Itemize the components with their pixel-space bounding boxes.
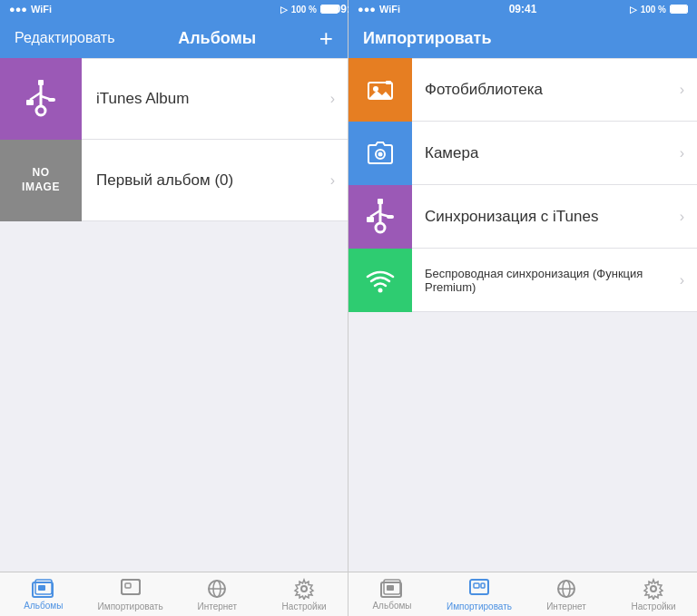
battery-icon <box>320 5 339 14</box>
svg-point-16 <box>301 586 307 592</box>
albums-tab-label-right: Альбомы <box>372 601 411 611</box>
import-list: Фотобиблиотека › Камера › <box>348 58 697 572</box>
tab-import-right[interactable]: Импортировать <box>436 572 523 616</box>
left-tab-bar: Альбомы Импортировать Интернет Наст <box>0 572 348 616</box>
svg-point-22 <box>378 152 383 156</box>
itunes-album-chevron: › <box>330 91 348 107</box>
photo-library-icon-bg <box>348 58 412 122</box>
albums-tab-icon <box>32 579 55 599</box>
right-battery-icon <box>670 5 688 14</box>
albums-tab-icon-right <box>380 579 404 599</box>
right-gps-icon: ▷ <box>630 5 637 15</box>
itunes-sync-chevron: › <box>680 209 697 225</box>
svg-point-30 <box>378 288 383 292</box>
internet-tab-icon-left <box>206 578 228 600</box>
add-button[interactable]: + <box>319 26 333 50</box>
svg-rect-36 <box>481 583 485 588</box>
left-panel: ●●● WiFi 09:41 ▷ 100 % Редактировать Аль… <box>0 0 348 616</box>
svg-rect-12 <box>125 583 131 588</box>
settings-tab-icon-left <box>293 578 315 600</box>
right-panel: ●●● WiFi 09:41 ▷ 100 % Импортировать <box>348 0 697 616</box>
right-status-bar: ●●● WiFi 09:41 ▷ 100 % <box>348 0 697 18</box>
right-status-right: ▷ 100 % <box>630 5 688 15</box>
right-status-time: 09:41 <box>509 3 537 15</box>
right-wifi-icon: WiFi <box>379 4 400 15</box>
svg-rect-0 <box>38 80 44 85</box>
svg-point-29 <box>376 223 385 232</box>
wifi-sync-icon <box>366 268 395 293</box>
first-album-label: Первый альбом (0) <box>82 171 330 190</box>
import-tab-label-right: Импортировать <box>447 601 512 611</box>
itunes-album-item[interactable]: iTunes Album › <box>0 58 348 140</box>
right-nav-title: Импортировать <box>363 29 491 48</box>
photo-library-item[interactable]: Фотобиблиотека › <box>348 58 697 122</box>
gps-icon: ▷ <box>280 5 288 15</box>
camera-label: Камера <box>412 144 680 162</box>
first-album-item[interactable]: NoImage Первый альбом (0) › <box>0 140 348 221</box>
settings-tab-label-right: Настройки <box>631 601 675 611</box>
left-status-right: ▷ 100 % <box>280 5 339 15</box>
camera-item[interactable]: Камера › <box>348 122 697 185</box>
internet-tab-label-left: Интернет <box>198 601 238 611</box>
wireless-sync-item[interactable]: Беспроводная синхронизация (Функция Prem… <box>348 249 697 312</box>
itunes-sync-icon <box>365 199 396 235</box>
camera-icon-bg <box>348 122 412 185</box>
usb-symbol-icon <box>25 80 57 118</box>
tab-albums-left[interactable]: Альбомы <box>0 572 87 616</box>
right-battery-label: 100 % <box>641 5 666 15</box>
svg-rect-20 <box>386 81 391 84</box>
tab-internet-right[interactable]: Интернет <box>523 572 610 616</box>
settings-tab-label-left: Настройки <box>282 601 327 611</box>
left-nav-title: Альбомы <box>178 29 256 48</box>
left-list: iTunes Album › NoImage Первый альбом (0)… <box>0 58 348 572</box>
itunes-sync-item[interactable]: Синхронизация с iTunes › <box>348 185 697 249</box>
svg-line-25 <box>370 210 380 217</box>
internet-tab-icon-right <box>555 578 577 600</box>
wireless-sync-label: Беспроводная синхронизация (Функция Prem… <box>412 267 680 294</box>
left-nav-bar: Редактировать Альбомы + <box>0 18 348 58</box>
battery-label: 100 % <box>291 5 317 15</box>
left-status-left: ●●● WiFi <box>9 4 52 15</box>
import-tab-icon-left <box>120 578 142 600</box>
svg-point-18 <box>373 86 378 92</box>
tab-settings-right[interactable]: Настройки <box>610 572 697 616</box>
svg-rect-23 <box>378 199 383 204</box>
right-status-left: ●●● WiFi <box>358 4 400 15</box>
internet-tab-label-right: Интернет <box>546 601 586 611</box>
wireless-sync-chevron: › <box>680 272 697 288</box>
camera-chevron: › <box>680 145 697 161</box>
svg-marker-19 <box>368 91 392 99</box>
svg-line-2 <box>30 93 41 100</box>
itunes-sync-icon-bg <box>348 185 412 249</box>
right-tab-bar: Альбомы Импортировать Интернет Наст <box>348 572 697 616</box>
first-album-chevron: › <box>330 172 348 189</box>
tab-settings-left[interactable]: Настройки <box>260 572 348 616</box>
svg-rect-4 <box>26 100 34 105</box>
usb-icon-bg <box>0 58 82 140</box>
itunes-album-label: iTunes Album <box>82 90 330 108</box>
right-nav-bar: Импортировать <box>348 18 697 58</box>
photo-library-label: Фотобиблиотека <box>412 81 680 99</box>
wireless-sync-icon-bg <box>348 249 412 312</box>
svg-rect-28 <box>387 215 394 219</box>
svg-rect-5 <box>48 98 55 102</box>
photo-library-icon <box>368 79 393 101</box>
itunes-sync-label: Синхронизация с iTunes <box>412 208 680 226</box>
tab-import-left[interactable]: Импортировать <box>87 572 174 616</box>
tab-internet-left[interactable]: Интернет <box>174 572 261 616</box>
settings-tab-icon-right <box>643 578 664 600</box>
edit-button[interactable]: Редактировать <box>15 30 115 46</box>
tab-albums-right[interactable]: Альбомы <box>348 572 436 616</box>
albums-tab-label-left: Альбомы <box>24 601 63 611</box>
no-image-icon-bg: NoImage <box>0 140 82 221</box>
no-image-label: NoImage <box>22 166 60 194</box>
svg-rect-33 <box>387 585 394 591</box>
svg-point-40 <box>651 586 656 592</box>
svg-rect-35 <box>474 583 479 588</box>
signal-icon: ●●● <box>9 4 27 15</box>
svg-rect-27 <box>367 217 374 222</box>
camera-icon <box>367 142 394 165</box>
svg-point-6 <box>36 106 45 115</box>
import-tab-label-left: Импортировать <box>98 601 163 611</box>
left-status-bar: ●●● WiFi 09:41 ▷ 100 % <box>0 0 348 18</box>
